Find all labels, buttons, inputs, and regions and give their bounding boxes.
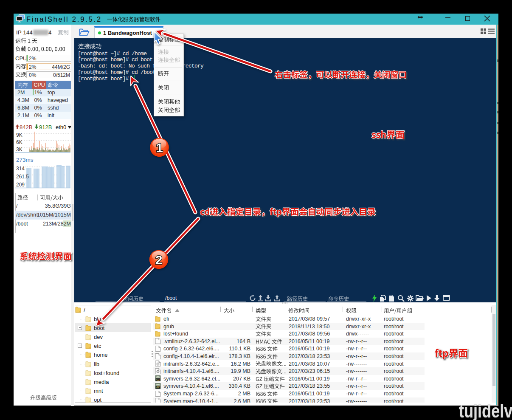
svg-text:1: 1	[156, 141, 163, 155]
svg-text:2: 2	[155, 253, 163, 267]
